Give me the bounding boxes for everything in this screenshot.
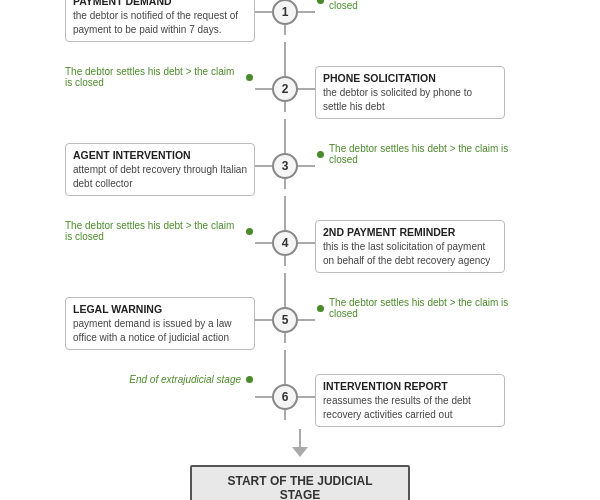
step-1-circle: 1 [272,0,298,25]
diagram: PAYMENT DEMAND the debtor is notified of… [10,0,590,500]
step-6-row: End of extrajudicial stage 6 INTERVENTIO… [65,374,535,427]
step-3-right-text: The debtor settles his debt > the claim … [315,143,515,165]
step-5-right-text: The debtor settles his debt > the claim … [315,297,515,319]
step-2-right-box: PHONE SOLICITATION the debtor is solicit… [315,66,515,119]
judicial-arrow [65,429,535,457]
judicial-stage-button[interactable]: START OF THE JUDICIAL STAGE [190,465,410,500]
step-1-left-box: PAYMENT DEMAND the debtor is notified of… [65,0,255,42]
step-3-text: attempt of debt recovery through Italian… [73,164,247,189]
between-2-3-mid [255,119,315,143]
between-5-6 [65,350,535,374]
step-6-circle: 6 [272,384,298,410]
step-1-row: PAYMENT DEMAND the debtor is notified of… [65,0,535,42]
step-3-left-box: AGENT INTERVENTION attempt of debt recov… [65,143,255,196]
between-4-5 [65,273,535,297]
step-5-left-box: LEGAL WARNING payment demand is issued b… [65,297,255,350]
step-2-mid: 2 [255,66,315,112]
step-2-row: The debtor settles his debt > the claim … [65,66,535,119]
step-4-left-text: The debtor settles his debt > the claim … [65,220,255,242]
step-6-text: reassumes the results of the debt recove… [323,395,471,420]
step-2-text: the debtor is solicited by phone to sett… [323,87,472,112]
step-5-title: LEGAL WARNING [73,303,247,315]
judicial-stage-label: START OF THE JUDICIAL STAGE [227,474,372,500]
step-4-left-outcome: The debtor settles his debt > the claim … [65,220,241,242]
between-5-6-mid [255,350,315,374]
step-6-right-box: INTERVENTION REPORT reassumes the result… [315,374,515,427]
step-1-title: PAYMENT DEMAND [73,0,247,7]
step-3-circle: 3 [272,153,298,179]
step-1-right-text: The debtor settles his debt > the claim … [315,0,515,11]
step-1-text: the debtor is notified of the request of… [73,10,238,35]
step-6-title: INTERVENTION REPORT [323,380,497,392]
step-5-mid: 5 [255,297,315,343]
between-1-2 [65,42,535,66]
step-4-right-box: 2ND PAYMENT REMINDER this is the last so… [315,220,515,273]
step-3-title: AGENT INTERVENTION [73,149,247,161]
between-2-3 [65,119,535,143]
step-2-circle: 2 [272,76,298,102]
step-3-row: AGENT INTERVENTION attempt of debt recov… [65,143,535,196]
step-1-mid: 1 [255,0,315,35]
step-3-outcome: The debtor settles his debt > the claim … [329,143,515,165]
step-1-outcome: The debtor settles his debt > the claim … [329,0,515,11]
step-2-left-text: The debtor settles his debt > the claim … [65,66,255,88]
flow-chart: PAYMENT DEMAND the debtor is notified of… [65,0,535,500]
arrow-line-down [299,429,301,447]
step-5-row: LEGAL WARNING payment demand is issued b… [65,297,535,350]
step-5-circle: 5 [272,307,298,333]
step-6-mid: 6 [255,374,315,420]
step-2-left-outcome: The debtor settles his debt > the claim … [65,66,241,88]
step-4-mid: 4 [255,220,315,266]
between-3-4-mid [255,196,315,220]
step-4-title: 2ND PAYMENT REMINDER [323,226,497,238]
step-5-text: payment demand is issued by a law office… [73,318,231,343]
step-3-mid: 3 [255,143,315,189]
step-6-left-outcome: End of extrajudicial stage [129,374,241,385]
step-4-text: this is the last solicitation of payment… [323,241,490,266]
between-3-4 [65,196,535,220]
step-4-circle: 4 [272,230,298,256]
between-4-5-mid [255,273,315,297]
between-1-2-mid [255,42,315,66]
arrow-head [292,447,308,457]
step-2-title: PHONE SOLICITATION [323,72,497,84]
step-6-left-text: End of extrajudicial stage [65,374,255,385]
step-4-row: The debtor settles his debt > the claim … [65,220,535,273]
step-5-outcome: The debtor settles his debt > the claim … [329,297,515,319]
